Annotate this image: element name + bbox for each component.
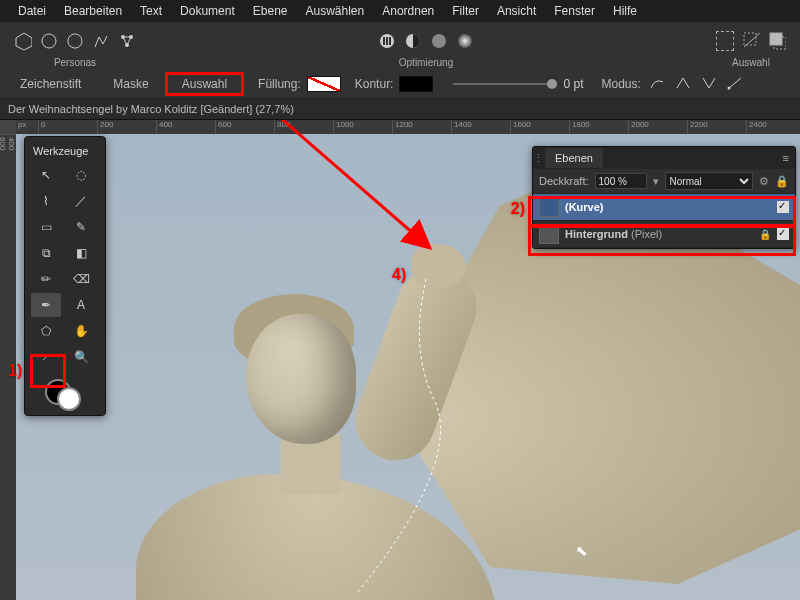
tools-panel-title: Werkzeuge [25, 141, 105, 161]
persona-tone-icon[interactable] [92, 32, 110, 50]
svg-point-17 [727, 86, 730, 89]
menu-dokument[interactable]: Dokument [180, 4, 235, 18]
selection-subtract-icon[interactable] [742, 32, 760, 50]
lock-icon[interactable]: 🔒 [759, 229, 771, 240]
background-color[interactable] [57, 387, 81, 411]
mode-line-icon[interactable] [727, 76, 743, 93]
opacity-label: Deckkraft: [539, 175, 589, 187]
document-tab-bar: Der Weihnachtsengel by Marco Kolditz [Ge… [0, 99, 800, 120]
horizontal-ruler: px 0200400600800100012001400160018002000… [16, 120, 800, 135]
ruler-tool[interactable]: ⟋ [31, 345, 61, 369]
layer-thumb [539, 224, 559, 244]
svg-point-10 [432, 34, 446, 48]
visibility-checkbox[interactable] [777, 228, 789, 240]
mode-smart-icon[interactable] [675, 76, 691, 93]
svg-rect-12 [744, 33, 756, 45]
stroke-label: Kontur: [355, 77, 394, 91]
menu-text[interactable]: Text [140, 4, 162, 18]
svg-rect-8 [389, 37, 391, 45]
tab-auswahl[interactable]: Auswahl [165, 72, 244, 96]
shape-tool[interactable]: ⬠ [31, 319, 61, 343]
main-toolbar: Personas Optimierung Auswahl [0, 22, 800, 70]
picker-tool[interactable]: ✎ [66, 215, 96, 239]
eraser-tool[interactable]: ⌫ [66, 267, 96, 291]
lock-icon[interactable]: 🔒 [775, 175, 789, 188]
workspace: px 0200400600800100012001400160018002000… [0, 120, 800, 600]
zoom-tool[interactable]: 🔍 [66, 345, 96, 369]
move-tool[interactable]: ↖ [31, 163, 61, 187]
layers-panel: ⋮⋮ Ebenen ≡ Deckkraft: ▾ Normal ⚙ 🔒 (Kur… [532, 146, 796, 249]
panel-grip-icon[interactable]: ⋮⋮ [533, 152, 545, 165]
crop-tool[interactable]: ⧉ [31, 241, 61, 265]
menu-fenster[interactable]: Fenster [554, 4, 595, 18]
persona-export-icon[interactable] [118, 32, 136, 50]
levels-icon[interactable] [378, 32, 396, 50]
svg-rect-6 [383, 37, 385, 45]
mode-label: Modus: [601, 77, 640, 91]
stroke-width-slider[interactable] [453, 83, 553, 85]
pencil-tool[interactable]: ✏ [31, 267, 61, 291]
ruler-unit: px [16, 120, 39, 134]
opacity-input[interactable] [595, 173, 647, 189]
menu-filter[interactable]: Filter [452, 4, 479, 18]
persona-develop-icon[interactable] [66, 32, 84, 50]
selection-new-icon[interactable] [716, 32, 734, 50]
layer-row[interactable]: (Kurve) [533, 194, 795, 221]
selection-intersect-icon[interactable] [768, 32, 786, 50]
menu-ansicht[interactable]: Ansicht [497, 4, 536, 18]
mouse-cursor-icon: ⬉ [575, 542, 588, 559]
stroke-width-readout: 0 pt [563, 77, 583, 91]
color-wells[interactable] [25, 379, 105, 407]
layer-name: (Kurve) [565, 201, 771, 213]
auswahl-group-label: Auswahl [732, 57, 770, 68]
svg-point-1 [42, 34, 56, 48]
context-toolbar: Zeichenstift Maske Auswahl Füllung: Kont… [0, 70, 800, 99]
main-menu-bar: Datei Bearbeiten Text Dokument Ebene Aus… [0, 0, 800, 22]
hand-tool[interactable]: ✋ [66, 319, 96, 343]
document-title[interactable]: Der Weihnachtsengel by Marco Kolditz [Ge… [8, 103, 294, 115]
layer-row[interactable]: Hintergrund (Pixel)🔒 [533, 221, 795, 248]
blend-mode-select[interactable]: Normal [665, 172, 753, 190]
svg-rect-7 [386, 37, 388, 45]
annotation-label-2: 2) [511, 200, 525, 218]
menu-anordnen[interactable]: Anordnen [382, 4, 434, 18]
gradient-tool[interactable]: ◧ [66, 241, 96, 265]
tab-ebenen[interactable]: Ebenen [545, 148, 603, 168]
layer-thumb [539, 197, 559, 217]
sphere-2-icon[interactable] [456, 32, 474, 50]
visibility-checkbox[interactable] [777, 201, 789, 213]
fill-swatch[interactable] [307, 76, 341, 92]
mode-pen-icon[interactable] [649, 76, 665, 93]
gear-icon[interactable]: ⚙ [759, 175, 769, 188]
brush-tool[interactable]: ／ [66, 189, 96, 213]
annotation-label-4: 4) [392, 266, 406, 284]
menu-hilfe[interactable]: Hilfe [613, 4, 637, 18]
text-tool[interactable]: A [66, 293, 96, 317]
annotation-label-1: 1) [8, 362, 22, 380]
layer-name: Hintergrund (Pixel) [565, 228, 753, 240]
panel-menu-icon[interactable]: ≡ [777, 152, 795, 164]
stroke-swatch[interactable] [399, 76, 433, 92]
mode-polygon-icon[interactable] [701, 76, 717, 93]
persona-photo-icon[interactable] [14, 32, 32, 50]
menu-auswaehlen[interactable]: Auswählen [305, 4, 364, 18]
contrast-icon[interactable] [404, 32, 422, 50]
svg-point-11 [458, 34, 472, 48]
sphere-1-icon[interactable] [430, 32, 448, 50]
menu-bearbeiten[interactable]: Bearbeiten [64, 4, 122, 18]
node-tool[interactable]: ◌ [66, 163, 96, 187]
menu-ebene[interactable]: Ebene [253, 4, 288, 18]
fill-label: Füllung: [258, 77, 301, 91]
tab-maske[interactable]: Maske [97, 73, 164, 95]
svg-rect-14 [770, 33, 782, 45]
svg-marker-0 [16, 33, 32, 50]
tools-panel: Werkzeuge ↖◌⌇／▭✎⧉◧✏⌫✒A⬠✋⟋🔍 [24, 136, 106, 416]
tool-label-zeichenstift: Zeichenstift [4, 73, 97, 95]
rect-tool[interactable]: ▭ [31, 215, 61, 239]
persona-liquify-icon[interactable] [40, 32, 58, 50]
menu-datei[interactable]: Datei [18, 4, 46, 18]
svg-line-16 [729, 78, 741, 88]
opacity-dropdown-icon[interactable]: ▾ [653, 175, 659, 188]
lasso-tool[interactable]: ⌇ [31, 189, 61, 213]
pen-tool[interactable]: ✒ [31, 293, 61, 317]
